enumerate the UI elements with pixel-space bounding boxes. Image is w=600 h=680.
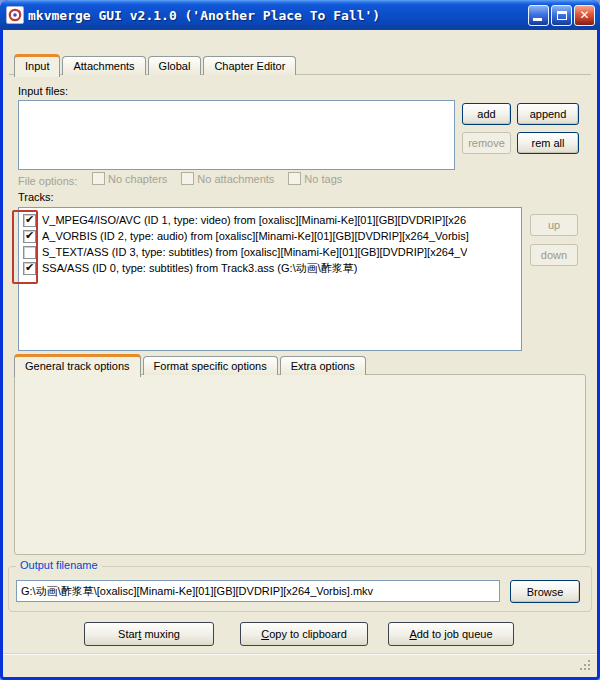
output-browse-button[interactable]: Browse: [510, 580, 580, 603]
track-row[interactable]: ✔ S_TEXT/ASS (ID 3, type: subtitles) fro…: [19, 244, 521, 260]
start-muxing-label-rest: muxing: [141, 628, 180, 640]
add-to-job-queue-button[interactable]: Add to job queue: [388, 622, 514, 646]
track-label: SSA/ASS (ID 0, type: subtitles) from Tra…: [42, 261, 357, 276]
main-tabs: Input Attachments Global Chapter Editor: [14, 53, 298, 75]
tracks-listbox[interactable]: ✔ V_MPEG4/ISO/AVC (ID 1, type: video) fr…: [18, 207, 522, 351]
tab-input[interactable]: Input: [14, 54, 60, 77]
copy-to-clipboard-button[interactable]: Copy to clipboard: [240, 622, 368, 646]
track-row[interactable]: ✔ SSA/ASS (ID 0, type: subtitles) from T…: [19, 260, 521, 276]
input-files-listbox[interactable]: [18, 100, 455, 170]
track-checkbox[interactable]: ✔: [23, 214, 36, 227]
close-icon: ✕: [579, 9, 589, 21]
start-muxing-label: Star: [118, 628, 138, 640]
file-option-checkbox: ✔: [288, 172, 301, 185]
menu-item[interactable]: [39, 40, 55, 44]
tab-format-specific-options[interactable]: Format specific options: [143, 356, 278, 375]
minimize-icon: [533, 18, 542, 21]
close-button[interactable]: ✕: [574, 5, 595, 26]
resize-grip-icon[interactable]: [580, 660, 592, 672]
track-checkbox[interactable]: ✔: [23, 262, 36, 275]
track-up-button: up: [530, 214, 578, 236]
menu-item[interactable]: [71, 40, 87, 44]
rem-all-button[interactable]: rem all: [517, 132, 579, 154]
file-option-label: No chapters: [108, 173, 167, 185]
start-muxing-button[interactable]: Start muxing: [84, 622, 214, 646]
titlebar[interactable]: mkvmerge GUI v2.1.0 ('Another Place To F…: [0, 0, 600, 30]
file-option: ✔ No attachments: [181, 172, 274, 185]
file-option-checkbox: ✔: [92, 172, 105, 185]
addq-accesskey: A: [409, 628, 416, 640]
file-option-label: No attachments: [197, 173, 274, 185]
tab-chapter-editor[interactable]: Chapter Editor: [203, 56, 296, 75]
file-option: ✔ No chapters: [92, 172, 167, 185]
file-options-label: File options:: [18, 175, 77, 187]
menubar: [3, 30, 597, 53]
track-checkbox[interactable]: ✔: [23, 230, 36, 243]
minimize-button[interactable]: [528, 5, 549, 26]
mkvmerge-logo-icon: [8, 8, 22, 22]
input-files-label: Input files:: [18, 85, 68, 97]
addq-label-rest: dd to job queue: [417, 628, 493, 640]
track-row[interactable]: ✔ A_VORBIS (ID 2, type: audio) from [oxa…: [19, 228, 521, 244]
append-button[interactable]: append: [517, 103, 579, 125]
window-controls: ✕: [528, 5, 595, 26]
track-down-button: down: [530, 244, 578, 266]
file-option-checkbox: ✔: [181, 172, 194, 185]
track-checkbox[interactable]: ✔: [23, 246, 36, 259]
add-button[interactable]: add: [462, 103, 511, 125]
track-label: V_MPEG4/ISO/AVC (ID 1, type: video) from…: [42, 214, 466, 226]
mkvmerge-window: mkvmerge GUI v2.1.0 ('Another Place To F…: [0, 0, 600, 680]
app-icon: [6, 6, 24, 24]
track-label: S_TEXT/ASS (ID 3, type: subtitles) from …: [42, 246, 467, 258]
menu-item[interactable]: [23, 40, 39, 44]
track-label: A_VORBIS (ID 2, type: audio) from [oxali…: [42, 230, 469, 242]
tab-global[interactable]: Global: [148, 56, 202, 75]
tab-general-track-options[interactable]: General track options: [14, 354, 141, 377]
menu-item[interactable]: [55, 40, 71, 44]
tab-extra-options[interactable]: Extra options: [280, 356, 366, 375]
track-options-panel: [14, 374, 586, 555]
tracks-label: Tracks:: [18, 191, 54, 203]
track-row[interactable]: ✔ V_MPEG4/ISO/AVC (ID 1, type: video) fr…: [19, 212, 521, 228]
output-filename-input[interactable]: [16, 580, 500, 602]
tab-attachments[interactable]: Attachments: [62, 56, 145, 75]
output-filename-caption: Output filename: [16, 559, 102, 571]
maximize-button[interactable]: [551, 5, 572, 26]
copy-label-rest: opy to clipboard: [269, 628, 347, 640]
file-options-row: ✔ No chapters ✔ No attachments ✔ No tags: [92, 172, 342, 185]
track-option-tabs: General track options Format specific op…: [14, 353, 368, 375]
input-file-item[interactable]: [19, 102, 454, 103]
copy-accesskey: C: [261, 628, 269, 640]
remove-button: remove: [462, 132, 511, 154]
status-bar: [3, 653, 597, 677]
maximize-icon: [557, 11, 567, 20]
window-title: mkvmerge GUI v2.1.0 ('Another Place To F…: [28, 8, 522, 23]
file-option-label: No tags: [304, 173, 342, 185]
menu-item[interactable]: [7, 40, 23, 44]
file-option: ✔ No tags: [288, 172, 342, 185]
